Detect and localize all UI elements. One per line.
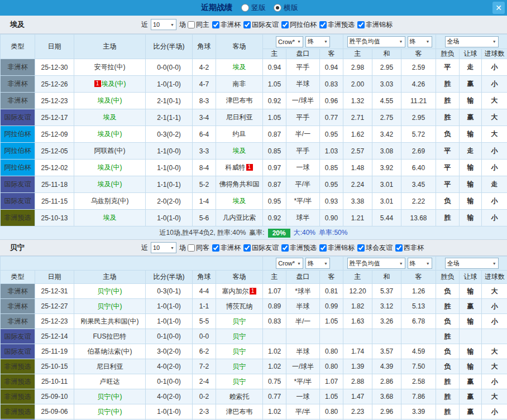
checkbox[interactable] [243, 21, 251, 28]
checkbox[interactable] [212, 244, 219, 252]
team-label: 赖索托 [229, 393, 250, 400]
column-header: 客场 [216, 271, 263, 284]
matches-table: Crow*▼终▼胜平负均值▼终▼全场▼类型日期主场比分(半场)角球客场主盘口客主… [0, 256, 507, 420]
column-header: 主 [263, 271, 286, 284]
euro-odds-draw: 2.96 [372, 404, 401, 419]
select-value: 10 [153, 244, 160, 251]
euro-odds-home: 2.57 [343, 143, 372, 160]
corners: 2-4 [193, 374, 216, 389]
away-team: 贝宁 [216, 329, 263, 344]
match-date: 25-09-10 [35, 389, 74, 404]
near-label: 近 [141, 243, 148, 253]
final-select[interactable]: 终▼ [408, 36, 432, 47]
filters: 近10▼场同客非洲杯国际友谊非洲预选非洲锦标球会友谊西非杯 [140, 242, 427, 253]
checkbox[interactable] [281, 244, 289, 252]
odds-source-select[interactable]: Crow*▼ [276, 36, 303, 47]
asia-odds-home: 0.97 [263, 160, 286, 176]
filter-label: 阿拉伯杯 [290, 20, 317, 30]
scope-select[interactable]: 全场▼ [445, 36, 499, 47]
checkbox[interactable] [243, 244, 251, 252]
filter-checkbox[interactable]: 非洲预选 [281, 243, 317, 253]
filter-checkbox[interactable]: 国际友谊 [243, 20, 279, 30]
team-label: 贝宁(中) [98, 302, 122, 310]
filter-checkbox[interactable]: 西非杯 [395, 243, 424, 253]
radio-horizontal[interactable]: 横版 [274, 3, 298, 13]
filter-checkbox[interactable]: 非洲杯 [212, 20, 241, 30]
score: 0-0(0-0) [146, 59, 193, 76]
asia-odds-away: 0.94 [320, 59, 343, 76]
euro-odds-home: 2.00 [343, 76, 372, 93]
match-date: 25-12-30 [35, 59, 74, 76]
filter-checkbox[interactable]: 非洲锦标 [319, 243, 355, 253]
recent-count-select[interactable]: 10▼ [151, 242, 176, 253]
euro-odds-draw: 3.03 [372, 76, 401, 93]
team-label: 贝宁(中) [98, 393, 122, 400]
filter-label: 同客 [196, 243, 209, 253]
filter-checkbox[interactable]: 非洲杯 [212, 243, 241, 253]
asia-odds-away: 1.03 [320, 143, 343, 160]
europe-odds-select[interactable]: 胜平负均值▼ [347, 36, 405, 47]
checkbox[interactable] [357, 21, 365, 28]
checkbox[interactable] [188, 244, 195, 252]
filter-checkbox[interactable]: 非洲锦标 [357, 20, 393, 30]
table-row: 国际友谊25-11-19伯基纳法索(中)3-0(2-0)6-2贝宁1.02半球0… [1, 344, 507, 359]
filter-checkbox[interactable]: 同主 [188, 20, 209, 30]
result-outcome: 负 [436, 284, 460, 299]
checkbox[interactable] [357, 244, 365, 252]
asia-odds-away: 1.07 [320, 374, 343, 389]
asia-odds-home: 0.87 [263, 126, 286, 143]
result-outcome: 胜 [436, 404, 460, 419]
result-handicap: 走 [460, 143, 482, 160]
final-select[interactable]: 终▼ [305, 258, 330, 269]
filter-checkbox[interactable]: 国际友谊 [243, 243, 279, 253]
checkbox[interactable] [188, 21, 195, 28]
asia-handicap: 半球 [286, 299, 320, 314]
team-label: 佛得角共和国 [219, 180, 260, 188]
select-value: 10 [153, 21, 160, 28]
asia-odds-away: 0.95 [320, 126, 343, 143]
recent-count-select[interactable]: 10▼ [151, 19, 176, 30]
europe-odds-select[interactable]: 胜平负均值▼ [347, 258, 405, 269]
filter-checkbox[interactable]: 非洲预选 [319, 20, 355, 30]
asia-handicap: 平手 [286, 109, 320, 126]
euro-odds-draw [372, 329, 401, 344]
away-team: 埃及 [216, 59, 263, 76]
asia-odds-away: 0.77 [320, 109, 343, 126]
match-date: 25-11-18 [35, 176, 74, 193]
column-header: 角球 [193, 271, 216, 284]
checkbox[interactable] [319, 21, 327, 28]
chevron-down-icon: ▼ [426, 40, 430, 44]
euro-odds-away: 2.95 [401, 109, 436, 126]
euro-odds-away: 13.68 [401, 210, 436, 226]
result-goals: 小 [482, 160, 507, 176]
final-select[interactable]: 终▼ [305, 36, 330, 47]
asia-odds-away: 0.93 [320, 193, 343, 210]
result-handicap: 走 [460, 59, 482, 76]
odds-source-select[interactable]: Crow*▼ [276, 258, 303, 269]
result-goals: 大 [482, 93, 507, 109]
chevron-down-icon: ▼ [324, 40, 328, 44]
euro-odds-home: 1.62 [343, 126, 372, 143]
result-outcome: 胜 [436, 374, 460, 389]
filter-checkbox[interactable]: 同客 [188, 243, 209, 253]
checkbox[interactable] [212, 21, 219, 28]
euro-odds-draw: 3.57 [372, 344, 401, 359]
checkbox[interactable] [319, 244, 327, 252]
final-select[interactable]: 终▼ [408, 258, 432, 269]
filter-checkbox[interactable]: 阿拉伯杯 [281, 20, 317, 30]
asia-odds-home: 0.94 [263, 59, 286, 76]
result-goals: 走 [482, 176, 507, 193]
euro-odds-away: 6.78 [401, 314, 436, 329]
close-icon[interactable]: ✕ [492, 2, 505, 14]
checkbox[interactable] [281, 21, 289, 28]
result-handicap: 赢 [460, 404, 482, 419]
score: 2-0(2-0) [146, 193, 193, 210]
filter-checkbox[interactable]: 球会友谊 [357, 243, 393, 253]
table-row: 非洲杯25-12-23埃及(中)2-1(0-1)8-3津巴布韦0.92一/球半0… [1, 93, 507, 109]
section-header: 埃及 近10▼场同主非洲杯国际友谊阿拉伯杯非洲预选非洲锦标 [0, 16, 507, 34]
scope-select[interactable]: 全场▼ [445, 258, 499, 269]
checkbox[interactable] [395, 244, 403, 252]
radio-vertical[interactable]: 竖版 [241, 3, 266, 13]
result-goals: 大 [482, 109, 507, 126]
euro-odds-draw: 2.95 [372, 59, 401, 76]
